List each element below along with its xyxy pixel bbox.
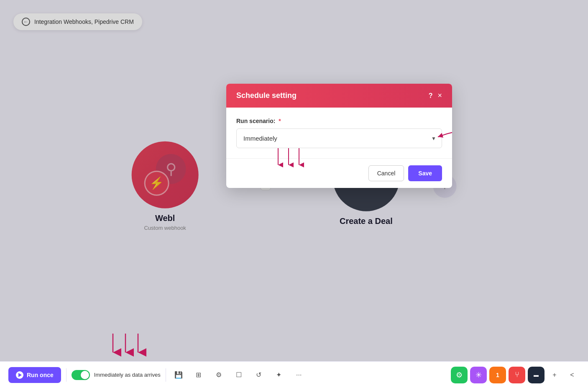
- schedule-toggle[interactable]: [72, 370, 90, 380]
- more-icon-button[interactable]: ···: [291, 367, 307, 383]
- divider-2: [166, 368, 166, 382]
- close-button[interactable]: ×: [437, 91, 442, 100]
- purple-asterisk-icon: ✳: [476, 370, 482, 380]
- run-once-button[interactable]: Run once: [8, 367, 61, 383]
- modal-header: Schedule setting ? ×: [226, 84, 452, 108]
- cancel-button[interactable]: Cancel: [368, 165, 404, 181]
- collapse-button[interactable]: <: [565, 367, 580, 383]
- settings-icon-button[interactable]: ⚙: [211, 367, 226, 383]
- bottom-annotation-arrows: [100, 334, 159, 359]
- run-icon: [16, 371, 23, 379]
- required-marker: *: [279, 118, 281, 124]
- grid-icon: ⊞: [196, 371, 201, 379]
- help-button[interactable]: ?: [429, 92, 433, 100]
- modal-overlay: Schedule setting ? × Run scenario: * Imm…: [0, 0, 588, 388]
- dark-tool-button[interactable]: ▬: [528, 367, 545, 383]
- run-once-label: Run once: [27, 372, 54, 378]
- modal-body: Run scenario: * Immediately At a specifi…: [226, 108, 452, 158]
- bottom-toolbar: Run once Immediately as data arrives 💾 ⊞…: [0, 361, 588, 388]
- annotation-arrows: [434, 124, 452, 149]
- red-share-icon: ⑂: [515, 370, 519, 379]
- note-icon: ☐: [236, 371, 242, 379]
- save-icon: 💾: [174, 371, 183, 379]
- purple-tool-button[interactable]: ✳: [470, 367, 487, 383]
- magic-icon-button[interactable]: ✦: [271, 367, 286, 383]
- note-icon-button[interactable]: ☐: [231, 367, 246, 383]
- modal-header-actions: ? ×: [429, 91, 442, 100]
- schedule-modal: Schedule setting ? × Run scenario: * Imm…: [226, 84, 452, 188]
- undo-icon-button[interactable]: ↺: [251, 367, 266, 383]
- save-button[interactable]: Save: [408, 165, 442, 181]
- modal-title: Schedule setting: [236, 91, 297, 100]
- run-scenario-select[interactable]: Immediately At a specific time Every day…: [236, 128, 442, 148]
- toolbar-right: ⚙ ✳ 1 ⑂ ▬ + <: [451, 367, 580, 383]
- plus-icon: +: [552, 371, 556, 379]
- magic-icon: ✦: [276, 371, 281, 379]
- green-gear-icon: ⚙: [456, 370, 463, 380]
- undo-icon: ↺: [256, 371, 261, 379]
- field-label: Run scenario: *: [236, 118, 442, 124]
- select-container: Immediately At a specific time Every day…: [236, 128, 442, 148]
- green-tool-button[interactable]: ⚙: [451, 367, 468, 383]
- toggle-wrapper: Immediately as data arrives: [72, 370, 161, 380]
- save-icon-button[interactable]: 💾: [171, 367, 186, 383]
- add-tool-button[interactable]: +: [547, 367, 562, 383]
- play-triangle: [18, 373, 22, 377]
- collapse-icon: <: [570, 371, 574, 379]
- toggle-label: Immediately as data arrives: [94, 372, 161, 378]
- red-tool-button[interactable]: ⑂: [509, 367, 525, 383]
- dark-box-icon: ▬: [534, 372, 539, 378]
- orange-tool-button[interactable]: 1: [489, 367, 506, 383]
- divider-1: [66, 368, 66, 382]
- orange-number-icon: 1: [496, 372, 499, 378]
- select-wrapper: Immediately At a specific time Every day…: [236, 128, 442, 148]
- modal-footer: Cancel Save: [226, 158, 452, 188]
- grid-icon-button[interactable]: ⊞: [191, 367, 206, 383]
- annotation-arrows-bottom: [270, 148, 320, 173]
- settings-icon: ⚙: [216, 371, 222, 379]
- toggle-thumb: [81, 371, 89, 379]
- more-icon: ···: [296, 371, 302, 379]
